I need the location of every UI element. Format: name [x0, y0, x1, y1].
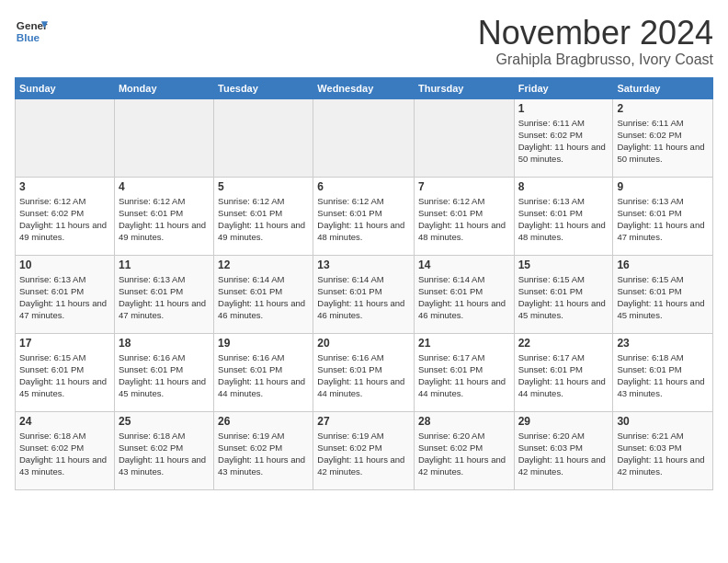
calendar-cell: 7Sunrise: 6:12 AM Sunset: 6:01 PM Daylig…	[414, 177, 514, 255]
page-header: General Blue November 2024 Grahipla Brag…	[15, 15, 713, 68]
day-info: Sunrise: 6:11 AM Sunset: 6:02 PM Dayligh…	[617, 117, 709, 166]
calendar-cell	[313, 98, 415, 177]
header-saturday: Saturday	[613, 77, 713, 98]
day-info: Sunrise: 6:15 AM Sunset: 6:01 PM Dayligh…	[617, 273, 709, 322]
calendar-cell: 1Sunrise: 6:11 AM Sunset: 6:02 PM Daylig…	[514, 98, 613, 177]
calendar-cell	[16, 98, 115, 177]
day-number: 28	[418, 415, 510, 428]
day-number: 2	[617, 102, 709, 115]
calendar-cell: 21Sunrise: 6:17 AM Sunset: 6:01 PM Dayli…	[414, 333, 514, 411]
calendar-cell: 19Sunrise: 6:16 AM Sunset: 6:01 PM Dayli…	[214, 333, 313, 411]
day-info: Sunrise: 6:12 AM Sunset: 6:01 PM Dayligh…	[119, 195, 210, 244]
calendar-header-row: SundayMondayTuesdayWednesdayThursdayFrid…	[16, 77, 713, 98]
calendar-week-row: 17Sunrise: 6:15 AM Sunset: 6:01 PM Dayli…	[16, 333, 713, 411]
day-number: 30	[617, 415, 709, 428]
day-info: Sunrise: 6:11 AM Sunset: 6:02 PM Dayligh…	[518, 117, 609, 166]
calendar-cell: 14Sunrise: 6:14 AM Sunset: 6:01 PM Dayli…	[414, 255, 514, 333]
day-info: Sunrise: 6:13 AM Sunset: 6:01 PM Dayligh…	[119, 273, 210, 322]
svg-text:General: General	[17, 19, 48, 31]
calendar-cell: 3Sunrise: 6:12 AM Sunset: 6:02 PM Daylig…	[16, 177, 115, 255]
day-number: 15	[518, 259, 609, 271]
calendar-week-row: 10Sunrise: 6:13 AM Sunset: 6:01 PM Dayli…	[16, 255, 713, 333]
day-info: Sunrise: 6:15 AM Sunset: 6:01 PM Dayligh…	[19, 351, 110, 400]
day-info: Sunrise: 6:14 AM Sunset: 6:01 PM Dayligh…	[218, 273, 309, 322]
calendar-week-row: 3Sunrise: 6:12 AM Sunset: 6:02 PM Daylig…	[16, 177, 713, 255]
day-info: Sunrise: 6:20 AM Sunset: 6:03 PM Dayligh…	[518, 430, 609, 478]
day-number: 19	[218, 337, 309, 350]
day-info: Sunrise: 6:20 AM Sunset: 6:02 PM Dayligh…	[418, 430, 510, 478]
calendar-cell: 26Sunrise: 6:19 AM Sunset: 6:02 PM Dayli…	[214, 411, 313, 489]
calendar-cell: 30Sunrise: 6:21 AM Sunset: 6:03 PM Dayli…	[613, 411, 713, 489]
calendar-subtitle: Grahipla Bragbrusso, Ivory Coast	[478, 52, 713, 68]
header-tuesday: Tuesday	[214, 77, 313, 98]
logo-icon: General Blue	[15, 15, 48, 48]
day-info: Sunrise: 6:12 AM Sunset: 6:01 PM Dayligh…	[218, 195, 309, 244]
day-info: Sunrise: 6:18 AM Sunset: 6:01 PM Dayligh…	[617, 351, 709, 400]
calendar-cell: 10Sunrise: 6:13 AM Sunset: 6:01 PM Dayli…	[16, 255, 115, 333]
calendar-cell: 25Sunrise: 6:18 AM Sunset: 6:02 PM Dayli…	[114, 411, 213, 489]
day-number: 3	[19, 180, 110, 193]
header-wednesday: Wednesday	[313, 77, 415, 98]
calendar-week-row: 1Sunrise: 6:11 AM Sunset: 6:02 PM Daylig…	[16, 98, 713, 177]
calendar-cell: 12Sunrise: 6:14 AM Sunset: 6:01 PM Dayli…	[214, 255, 313, 333]
header-sunday: Sunday	[16, 77, 115, 98]
calendar-cell: 8Sunrise: 6:13 AM Sunset: 6:01 PM Daylig…	[514, 177, 613, 255]
day-number: 9	[617, 180, 709, 193]
calendar-cell: 4Sunrise: 6:12 AM Sunset: 6:01 PM Daylig…	[114, 177, 213, 255]
day-number: 21	[418, 337, 510, 350]
day-number: 7	[418, 180, 510, 193]
calendar-table: SundayMondayTuesdayWednesdayThursdayFrid…	[15, 77, 713, 490]
day-info: Sunrise: 6:16 AM Sunset: 6:01 PM Dayligh…	[119, 351, 210, 400]
calendar-cell: 5Sunrise: 6:12 AM Sunset: 6:01 PM Daylig…	[214, 177, 313, 255]
logo: General Blue	[15, 15, 48, 48]
day-info: Sunrise: 6:12 AM Sunset: 6:01 PM Dayligh…	[418, 195, 510, 244]
calendar-cell: 22Sunrise: 6:17 AM Sunset: 6:01 PM Dayli…	[514, 333, 613, 411]
day-number: 25	[119, 415, 210, 428]
calendar-cell: 15Sunrise: 6:15 AM Sunset: 6:01 PM Dayli…	[514, 255, 613, 333]
day-number: 1	[518, 102, 609, 115]
calendar-cell: 17Sunrise: 6:15 AM Sunset: 6:01 PM Dayli…	[16, 333, 115, 411]
calendar-cell: 16Sunrise: 6:15 AM Sunset: 6:01 PM Dayli…	[613, 255, 713, 333]
day-number: 24	[19, 415, 110, 428]
day-number: 22	[518, 337, 609, 350]
svg-text:Blue: Blue	[17, 31, 40, 43]
day-number: 5	[218, 180, 309, 193]
calendar-cell: 9Sunrise: 6:13 AM Sunset: 6:01 PM Daylig…	[613, 177, 713, 255]
day-info: Sunrise: 6:15 AM Sunset: 6:01 PM Dayligh…	[518, 273, 609, 322]
day-number: 8	[518, 180, 609, 193]
calendar-cell: 29Sunrise: 6:20 AM Sunset: 6:03 PM Dayli…	[514, 411, 613, 489]
calendar-cell: 18Sunrise: 6:16 AM Sunset: 6:01 PM Dayli…	[114, 333, 213, 411]
day-info: Sunrise: 6:18 AM Sunset: 6:02 PM Dayligh…	[119, 430, 210, 478]
calendar-cell: 11Sunrise: 6:13 AM Sunset: 6:01 PM Dayli…	[114, 255, 213, 333]
day-info: Sunrise: 6:13 AM Sunset: 6:01 PM Dayligh…	[19, 273, 110, 322]
calendar-cell: 24Sunrise: 6:18 AM Sunset: 6:02 PM Dayli…	[16, 411, 115, 489]
day-number: 13	[317, 259, 410, 271]
calendar-cell: 28Sunrise: 6:20 AM Sunset: 6:02 PM Dayli…	[414, 411, 514, 489]
day-info: Sunrise: 6:12 AM Sunset: 6:01 PM Dayligh…	[317, 195, 410, 244]
day-info: Sunrise: 6:14 AM Sunset: 6:01 PM Dayligh…	[418, 273, 510, 322]
calendar-cell	[414, 98, 514, 177]
calendar-title: November 2024	[478, 15, 713, 52]
day-info: Sunrise: 6:13 AM Sunset: 6:01 PM Dayligh…	[617, 195, 709, 244]
header-thursday: Thursday	[414, 77, 514, 98]
day-number: 27	[317, 415, 410, 428]
calendar-cell: 23Sunrise: 6:18 AM Sunset: 6:01 PM Dayli…	[613, 333, 713, 411]
day-number: 16	[617, 259, 709, 271]
day-number: 18	[119, 337, 210, 350]
title-block: November 2024 Grahipla Bragbrusso, Ivory…	[478, 15, 713, 68]
calendar-cell	[114, 98, 213, 177]
calendar-cell: 2Sunrise: 6:11 AM Sunset: 6:02 PM Daylig…	[613, 98, 713, 177]
day-info: Sunrise: 6:17 AM Sunset: 6:01 PM Dayligh…	[418, 351, 510, 400]
calendar-week-row: 24Sunrise: 6:18 AM Sunset: 6:02 PM Dayli…	[16, 411, 713, 489]
day-number: 12	[218, 259, 309, 271]
day-number: 20	[317, 337, 410, 350]
calendar-cell: 6Sunrise: 6:12 AM Sunset: 6:01 PM Daylig…	[313, 177, 415, 255]
calendar-cell: 13Sunrise: 6:14 AM Sunset: 6:01 PM Dayli…	[313, 255, 415, 333]
day-number: 11	[119, 259, 210, 271]
calendar-cell: 27Sunrise: 6:19 AM Sunset: 6:02 PM Dayli…	[313, 411, 415, 489]
day-number: 4	[119, 180, 210, 193]
day-number: 10	[19, 259, 110, 271]
day-number: 26	[218, 415, 309, 428]
calendar-cell: 20Sunrise: 6:16 AM Sunset: 6:01 PM Dayli…	[313, 333, 415, 411]
day-info: Sunrise: 6:19 AM Sunset: 6:02 PM Dayligh…	[317, 430, 410, 478]
